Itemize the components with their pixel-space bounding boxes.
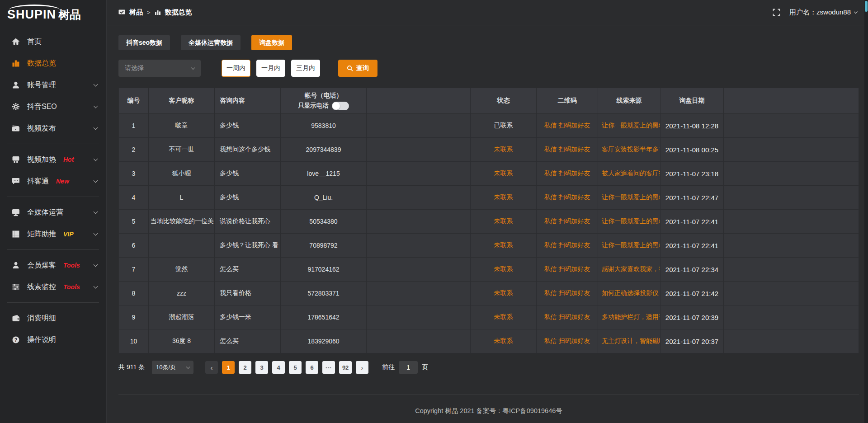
vip-badge: VIP xyxy=(63,230,74,238)
range-month-button[interactable]: 一月内 xyxy=(256,60,285,77)
qr-links[interactable]: 私信 扫码加好友 xyxy=(537,234,598,258)
table-row: 8 zzz 我只看价格 572803371 未联系 私信 扫码加好友 如何正确选… xyxy=(119,282,859,306)
prev-page-button[interactable]: ‹ xyxy=(205,361,218,374)
status-badge: 未联系 xyxy=(471,138,537,162)
sidebar-item-doukertong[interactable]: 抖客通 New xyxy=(0,170,106,192)
page-scrollbar[interactable] xyxy=(864,0,868,423)
lead-source-link[interactable]: 让你一眼就爱上的黑科技，能... xyxy=(598,210,660,234)
user-menu[interactable]: 用户名：zswodun88 xyxy=(789,8,857,17)
inquiry-date: 2021-11-07 22:34 xyxy=(660,258,724,282)
page-button-5[interactable]: 5 xyxy=(289,361,302,374)
lead-source-link[interactable]: 无主灯设计，智能磁吸轨道灯... xyxy=(598,329,660,353)
page-size-select[interactable]: 10条/页 xyxy=(152,361,193,374)
row-number: 9 xyxy=(119,306,149,329)
qr-links[interactable]: 私信 扫码加好友 xyxy=(537,306,598,329)
phone-toggle-label: 只显示电话 xyxy=(298,102,329,110)
inquiry-date: 2021-11-07 20:37 xyxy=(660,329,724,353)
lead-source-link[interactable]: 让你一眼就爱上的黑科技，能... xyxy=(598,234,660,258)
sidebar-item-member-burst[interactable]: 会员爆客 Tools xyxy=(0,254,106,276)
bar-chart-icon xyxy=(155,9,161,16)
sliders-icon xyxy=(12,283,21,291)
sidebar-item-douyin-seo[interactable]: 抖音SEO xyxy=(0,96,106,118)
table-row: 1 啵章 多少钱 9583810 已联系 私信 扫码加好友 让你一眼就爱上的黑科… xyxy=(119,114,859,138)
row-number: 1 xyxy=(119,114,149,138)
page-button-92[interactable]: 92 xyxy=(339,361,352,374)
video-heat-icon xyxy=(12,155,21,164)
customer-nickname: 36度 8 xyxy=(149,329,215,353)
qr-links[interactable]: 私信 扫码加好友 xyxy=(537,186,598,210)
nav-divider xyxy=(7,302,99,303)
gear-icon xyxy=(12,103,21,111)
tab-inquiry-data[interactable]: 询盘数据 xyxy=(251,35,292,50)
col-content: 咨询内容 xyxy=(215,88,281,114)
chevron-down-icon xyxy=(94,209,98,214)
sidebar-item-matrix-boost[interactable]: 矩阵助推 VIP xyxy=(0,223,106,245)
range-week-button[interactable]: 一周内 xyxy=(222,60,250,77)
next-page-button[interactable]: › xyxy=(356,361,368,374)
member-icon xyxy=(12,261,21,269)
lead-source-link[interactable]: 如何正确选择投影仪，买投影... xyxy=(598,282,660,306)
sidebar-item-data-overview[interactable]: 数据总览 xyxy=(0,52,106,74)
sidebar-item-omnimedia-ops[interactable]: 全媒体运营 xyxy=(0,202,106,223)
chevron-down-icon xyxy=(94,103,98,108)
filter-select[interactable]: 请选择 xyxy=(118,60,201,77)
account-phone: 9583810 xyxy=(281,114,367,138)
pagination: 共 911 条 10条/页 ‹ 1 2 3 4 5 6 ••• 92 › 前往 … xyxy=(118,361,859,374)
fullscreen-icon[interactable] xyxy=(773,9,780,16)
page-button-1[interactable]: 1 xyxy=(222,361,235,374)
breadcrumb-root[interactable]: 树品 xyxy=(129,8,143,17)
more-pages-ellipsis[interactable]: ••• xyxy=(322,361,335,374)
lead-source-link[interactable]: 多功能护栏灯，适用于乡村文... xyxy=(598,306,660,329)
table-row: 2 不可一世 我想问这个多少钱 2097344839 未联系 私信 扫码加好友 … xyxy=(119,138,859,162)
username-label: 用户名：zswodun88 xyxy=(789,8,851,17)
svg-text:?: ? xyxy=(14,337,17,343)
page-button-6[interactable]: 6 xyxy=(306,361,318,374)
lead-source-link[interactable]: 被大家追着问的客厅投影分享... xyxy=(598,162,660,186)
sidebar-item-help[interactable]: ? 操作说明 xyxy=(0,329,106,351)
row-number: 3 xyxy=(119,162,149,186)
sidebar-item-video-publish[interactable]: 视频发布 xyxy=(0,118,106,139)
qr-links[interactable]: 私信 扫码加好友 xyxy=(537,329,598,353)
range-quarter-button[interactable]: 三月内 xyxy=(291,60,320,77)
status-badge: 未联系 xyxy=(471,329,537,353)
customer-nickname: 觉然 xyxy=(149,258,215,282)
logo-arc xyxy=(9,5,60,10)
page-button-4[interactable]: 4 xyxy=(272,361,285,374)
consult-content: 我只看价格 xyxy=(215,282,281,306)
page-button-3[interactable]: 3 xyxy=(255,361,268,374)
table-row: 9 潮起潮落 多少钱一米 178651642 未联系 私信 扫码加好友 多功能护… xyxy=(119,306,859,329)
sidebar-item-label: 操作说明 xyxy=(27,335,56,345)
tab-omnimedia-data[interactable]: 全媒体运营数据 xyxy=(181,35,241,50)
lead-source-link[interactable]: 让你一眼就爱上的黑科技，能... xyxy=(598,114,660,138)
site-icon xyxy=(118,9,125,15)
sidebar-item-label: 全媒体运营 xyxy=(27,208,63,217)
chevron-down-icon xyxy=(854,10,858,14)
customer-nickname: 不可一世 xyxy=(149,138,215,162)
consult-content: 怎么买 xyxy=(215,258,281,282)
sidebar-item-account-mgmt[interactable]: 账号管理 xyxy=(0,74,106,96)
qr-links[interactable]: 私信 扫码加好友 xyxy=(537,138,598,162)
lead-source-link[interactable]: 客厅安装投影半年多了，真实... xyxy=(598,138,660,162)
sidebar-item-home[interactable]: 首页 xyxy=(0,31,106,52)
chevron-down-icon xyxy=(94,82,98,86)
lead-source-link[interactable]: 感谢大家喜欢我家，被问了好... xyxy=(598,258,660,282)
sidebar-item-expense-detail[interactable]: 消费明细 xyxy=(0,307,106,329)
search-button[interactable]: 查询 xyxy=(338,60,377,77)
lead-source-link[interactable]: 让你一眼就爱上的黑科技，能... xyxy=(598,186,660,210)
qr-links[interactable]: 私信 扫码加好友 xyxy=(537,162,598,186)
account-phone: Q_Liu. xyxy=(281,186,367,210)
qr-links[interactable]: 私信 扫码加好友 xyxy=(537,210,598,234)
goto-page-input[interactable] xyxy=(399,361,418,374)
page-button-2[interactable]: 2 xyxy=(239,361,251,374)
qr-links[interactable]: 私信 扫码加好友 xyxy=(537,258,598,282)
tab-douyin-seo-data[interactable]: 抖音seo数据 xyxy=(118,35,170,50)
qr-links[interactable]: 私信 扫码加好友 xyxy=(537,282,598,306)
scrollbar-thumb[interactable] xyxy=(865,1,868,12)
phone-only-toggle[interactable] xyxy=(332,102,349,110)
hot-badge: Hot xyxy=(63,156,74,163)
qr-links[interactable]: 私信 扫码加好友 xyxy=(537,114,598,138)
sidebar-item-lead-monitor[interactable]: 线索监控 Tools xyxy=(0,276,106,298)
table-row: 6 多少钱？让我死心 看 70898792 未联系 私信 扫码加好友 让你一眼就… xyxy=(119,234,859,258)
sidebar-item-video-heat[interactable]: 视频加热 Hot xyxy=(0,149,106,170)
row-number: 10 xyxy=(119,329,149,353)
